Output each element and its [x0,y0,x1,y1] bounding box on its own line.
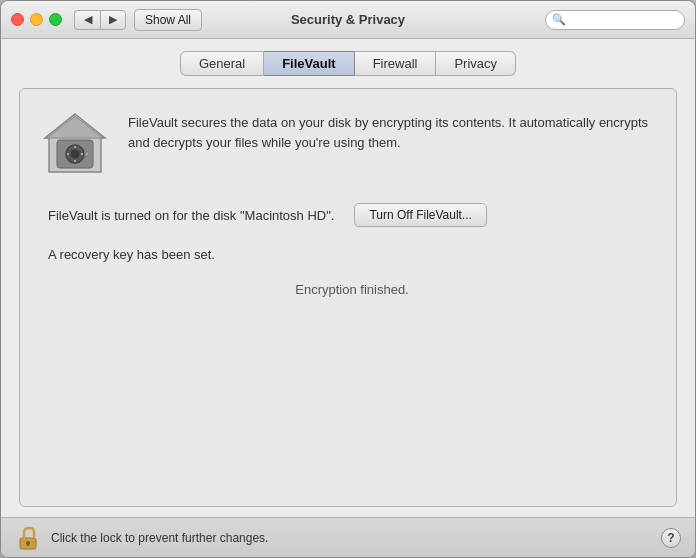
window-title: Security & Privacy [291,12,405,27]
svg-rect-9 [85,152,89,156]
help-button[interactable]: ? [661,528,681,548]
tab-filevault[interactable]: FileVault [264,51,354,76]
close-button[interactable] [11,13,24,26]
tab-general[interactable]: General [180,51,264,76]
titlebar: ◀ ▶ Show All Security & Privacy 🔍 [1,1,695,39]
search-box[interactable]: 🔍 [545,10,685,30]
main-window: ◀ ▶ Show All Security & Privacy 🔍 Genera… [0,0,696,558]
recovery-text: A recovery key has been set. [48,247,215,262]
svg-rect-12 [27,543,29,546]
turn-off-filevault-button[interactable]: Turn Off FileVault... [354,203,486,227]
content-area: General FileVault Firewall Privacy [1,39,695,517]
encryption-status-text: Encryption finished. [295,282,408,297]
filevault-panel: FileVault secures the data on your disk … [19,88,677,507]
panel-body: FileVault is turned on for the disk "Mac… [40,203,656,486]
forward-button[interactable]: ▶ [100,10,126,30]
lock-icon[interactable] [15,524,43,552]
minimize-button[interactable] [30,13,43,26]
tab-privacy[interactable]: Privacy [436,51,516,76]
svg-marker-1 [47,116,103,138]
panel-description: FileVault secures the data on your disk … [128,109,656,152]
lock-text: Click the lock to prevent further change… [51,531,268,545]
maximize-button[interactable] [49,13,62,26]
svg-point-4 [70,149,80,159]
search-icon: 🔍 [552,13,566,26]
nav-buttons: ◀ ▶ [74,10,126,30]
tab-bar: General FileVault Firewall Privacy [19,51,677,76]
encryption-row: Encryption finished. [48,282,656,297]
panel-header: FileVault secures the data on your disk … [40,109,656,179]
traffic-lights [11,13,62,26]
back-button[interactable]: ◀ [74,10,100,30]
recovery-row: A recovery key has been set. [48,247,656,262]
search-input[interactable] [568,13,678,27]
bottombar: Click the lock to prevent further change… [1,517,695,557]
show-all-button[interactable]: Show All [134,9,202,31]
status-text: FileVault is turned on for the disk "Mac… [48,208,334,223]
tab-firewall[interactable]: Firewall [355,51,437,76]
status-row: FileVault is turned on for the disk "Mac… [48,203,656,227]
filevault-icon [40,109,110,179]
